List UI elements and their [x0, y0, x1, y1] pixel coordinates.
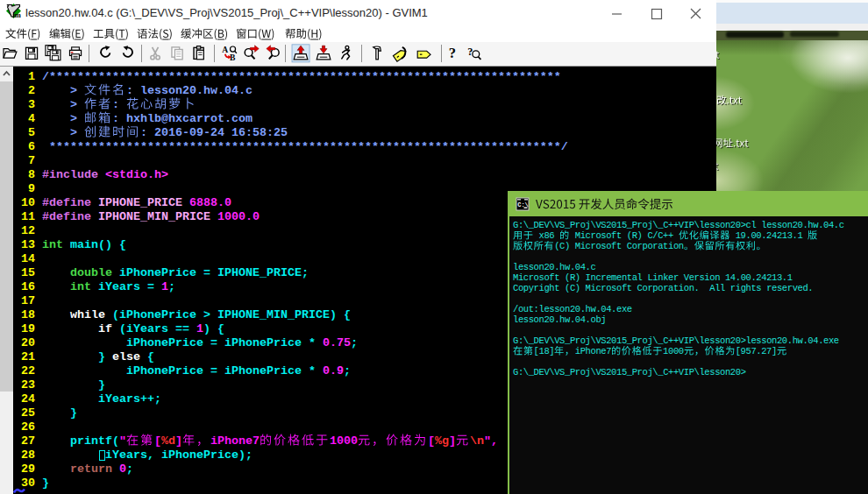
svg-text:?: ?: [467, 46, 473, 58]
svg-text:im: im: [13, 11, 21, 19]
svg-text:?: ?: [449, 45, 456, 61]
svg-text:C:\: C:\: [517, 201, 529, 208]
svg-text:A: A: [222, 45, 228, 54]
